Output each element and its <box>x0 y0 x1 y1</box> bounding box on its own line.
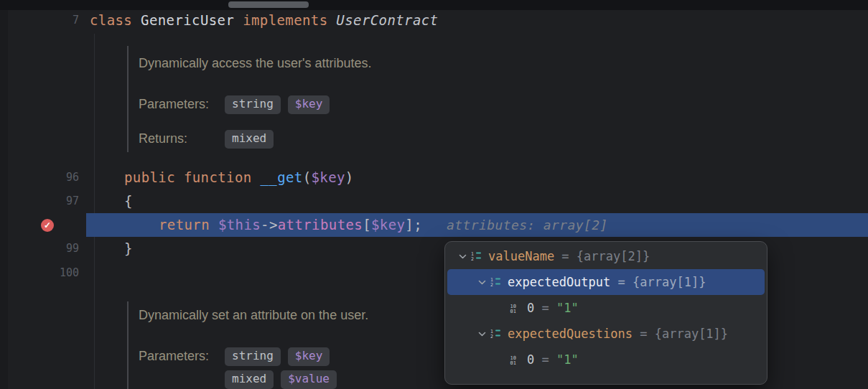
chevron-down-icon[interactable] <box>474 332 490 337</box>
code-token: return <box>159 217 218 233</box>
doc-param-chip: $key <box>288 347 330 366</box>
code-token: ) <box>345 169 354 185</box>
variable-name: valueName <box>488 243 554 269</box>
doc-summary: Dynamically set an attribute on the user… <box>139 304 368 327</box>
doc-parameter-chips: mixed$value <box>225 367 337 389</box>
variable-name: expectedQuestions <box>508 321 633 347</box>
variable-value: {array[1]} <box>655 321 728 347</box>
code-token <box>234 12 243 28</box>
code-token: class <box>90 12 141 28</box>
code-token: ( <box>303 169 312 185</box>
debugger-inline-hint: attributes: array[2] <box>447 213 608 237</box>
doc-parameters-label: Parameters: <box>139 93 209 116</box>
variable-value: {array[1]} <box>633 269 706 295</box>
doc-comment-line <box>127 301 129 389</box>
svg-text:01: 01 <box>510 309 516 314</box>
doc-param-chip: string <box>225 347 281 366</box>
equals-sign: = <box>633 321 655 347</box>
code-token <box>252 169 261 185</box>
binary-value-icon: 1001 <box>509 302 522 314</box>
variable-value: "1" <box>556 295 579 321</box>
doc-param-chip: $value <box>281 370 337 389</box>
code-token: GenericUser <box>141 12 234 28</box>
variable-row-0[interactable]: 10010 = "1" <box>447 347 765 372</box>
svg-text:01: 01 <box>510 360 516 365</box>
code-token: } <box>124 240 133 256</box>
doc-parameter-chips: string$key <box>225 345 330 368</box>
code-token: -> <box>261 217 278 233</box>
doc-param-chip: $key <box>288 95 330 114</box>
variable-row-expectedQuestions[interactable]: 12expectedQuestions = {array[1]} <box>447 321 765 347</box>
chevron-down-icon[interactable] <box>454 254 470 259</box>
code-line[interactable]: } <box>124 237 133 261</box>
variable-row-valueName[interactable]: 12valueName = {array[2]} <box>447 243 765 269</box>
doc-parameter-chips: string$key <box>225 93 330 116</box>
binary-value-icon: 1001 <box>509 354 522 365</box>
equals-sign: = <box>534 295 556 321</box>
code-token <box>175 169 184 185</box>
svg-text:2: 2 <box>490 282 493 288</box>
doc-param-chip: string <box>225 95 281 114</box>
code-token: attributes <box>278 217 363 233</box>
debugger-variables-popup: 12valueName = {array[2]}12expectedOutput… <box>444 241 767 385</box>
equals-sign: = <box>534 347 556 372</box>
code-token <box>328 12 337 28</box>
array-value-icon: 12 <box>490 276 503 288</box>
doc-summary: Dynamically access the user's attributes… <box>139 52 372 75</box>
code-line[interactable]: return $this->attributes[$key]; <box>159 213 422 237</box>
doc-comment-line <box>127 46 129 152</box>
variable-name: 0 <box>527 347 534 372</box>
code-token: public <box>124 169 175 185</box>
equals-sign: = <box>610 269 633 295</box>
debugger-popup-rows: 12valueName = {array[2]}12expectedOutput… <box>445 243 767 372</box>
code-token: UserContract <box>336 12 438 28</box>
code-line[interactable]: public function __get($key) <box>124 166 354 189</box>
code-token: ; <box>414 217 422 233</box>
doc-parameters-label: Parameters: <box>139 345 209 368</box>
equals-sign: = <box>554 243 577 269</box>
code-token: $key <box>312 169 345 185</box>
editor-root: 7 96 97 99 100 ✓ class GenericUser imple… <box>0 0 868 389</box>
code-token: { <box>124 193 133 209</box>
doc-param-chip: mixed <box>225 130 274 149</box>
code-token: implements <box>243 12 327 28</box>
array-value-icon: 12 <box>470 250 483 262</box>
code-line[interactable]: { <box>124 189 133 213</box>
array-value-icon: 12 <box>490 328 503 339</box>
variable-value: {array[2]} <box>577 243 650 269</box>
doc-returns-chips: mixed <box>225 127 274 151</box>
code-token: ] <box>405 217 414 233</box>
svg-text:2: 2 <box>490 334 493 339</box>
variable-name: 0 <box>527 295 534 321</box>
chevron-down-icon[interactable] <box>474 280 490 285</box>
code-line[interactable]: class GenericUser implements UserContrac… <box>90 9 438 32</box>
code-token: $this <box>218 217 261 233</box>
doc-param-chip: mixed <box>225 370 274 389</box>
doc-returns-label: Returns: <box>139 127 187 151</box>
variable-name: expectedOutput <box>508 269 610 295</box>
variable-value: "1" <box>556 347 579 372</box>
code-token: __get <box>260 169 302 185</box>
variable-row-expectedOutput[interactable]: 12expectedOutput = {array[1]} <box>447 269 765 295</box>
svg-text:2: 2 <box>471 256 474 262</box>
variable-row-0[interactable]: 10010 = "1" <box>447 295 765 321</box>
code-token: function <box>184 169 252 185</box>
code-token: [ <box>363 217 371 233</box>
code-token: $key <box>371 217 405 233</box>
